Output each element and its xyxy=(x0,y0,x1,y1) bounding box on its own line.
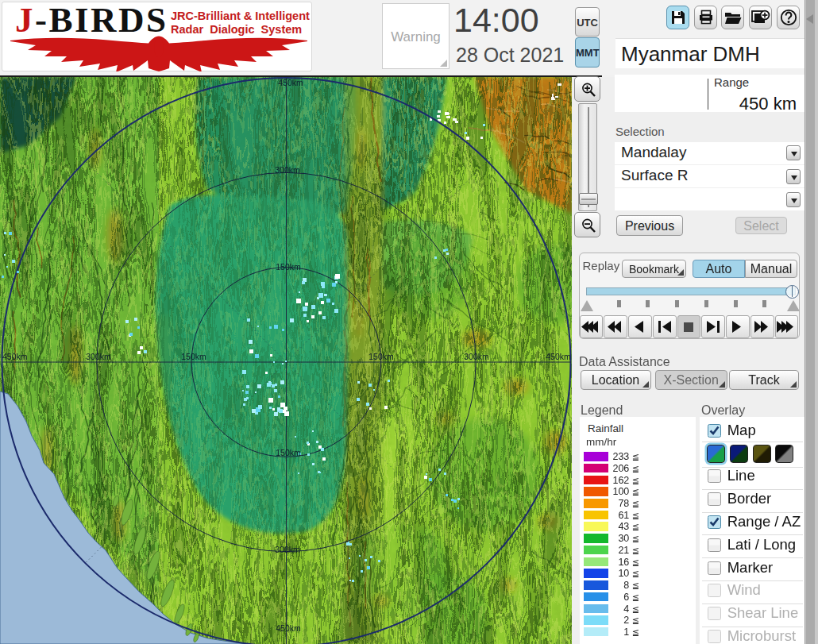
svg-text:300km: 300km xyxy=(86,352,111,361)
svg-text:150km: 150km xyxy=(368,352,394,361)
svg-text:150km: 150km xyxy=(276,262,301,272)
svg-text:150km: 150km xyxy=(181,352,206,361)
svg-text:300km: 300km xyxy=(464,352,489,361)
svg-text:300km: 300km xyxy=(275,165,300,175)
svg-text:450km: 450km xyxy=(546,352,571,361)
svg-text:450km: 450km xyxy=(2,352,28,361)
svg-text:300km: 300km xyxy=(275,545,300,554)
svg-text:450km: 450km xyxy=(276,623,301,633)
svg-text:150km: 150km xyxy=(276,448,301,457)
svg-text:450km: 450km xyxy=(278,78,303,87)
